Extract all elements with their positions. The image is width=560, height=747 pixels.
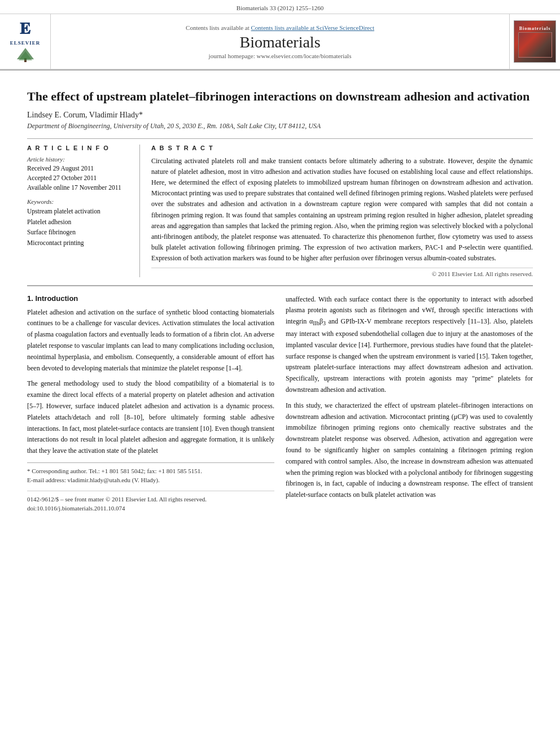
keyword-3: Surface fibrinogen: [27, 227, 132, 237]
received-date: Received 29 August 2011: [27, 164, 132, 173]
article-title: The effect of upstream platelet–fibrinog…: [27, 89, 533, 105]
article-info-abstract: A R T I C L E I N F O Article history: R…: [27, 138, 533, 277]
affiliation: Department of Bioengineering, University…: [27, 122, 533, 130]
section1-para1: Platelet adhesion and activation on the …: [27, 307, 274, 374]
section1-para2-partial: The general methodology used to study th…: [27, 378, 274, 457]
main-content: 1. Introduction Platelet adhesion and ac…: [27, 285, 533, 513]
keyword-2: Platelet adhesion: [27, 217, 132, 227]
abstract-text: Circulating activated platelets roll and…: [151, 156, 533, 264]
corresponding-author-note: * Corresponding author. Tel.: +1 801 581…: [27, 466, 274, 476]
section1-title: 1. Introduction: [27, 294, 274, 303]
keyword-1: Upstream platelet activation: [27, 206, 132, 216]
available-date: Available online 17 November 2011: [27, 183, 132, 193]
keyword-4: Microcontact printing: [27, 238, 132, 248]
abstract-col: A B S T R A C T Circulating activated pl…: [151, 145, 533, 277]
biomaterials-badge: Biomaterials: [514, 20, 556, 63]
header-middle: 𝐄 ELSEVIER Contents lists available at C…: [0, 14, 560, 69]
elsevier-logo: 𝐄 ELSEVIER: [10, 19, 41, 64]
elsevier-icon: 𝐄: [10, 19, 41, 39]
footnote-section: * Corresponding author. Tel.: +1 801 581…: [27, 462, 274, 485]
article-info-col: A R T I C L E I N F O Article history: R…: [27, 145, 140, 277]
badge-image: [518, 32, 552, 58]
elsevier-label: ELSEVIER: [10, 40, 41, 47]
elsevier-tree-icon: [14, 47, 37, 63]
journal-homepage: journal homepage: www.elsevier.com/locat…: [209, 53, 352, 59]
journal-header: Biomaterials 33 (2012) 1255–1260 𝐄 ELSEV…: [0, 0, 560, 71]
journal-ref-line: Biomaterials 33 (2012) 1255–1260: [0, 3, 560, 14]
badge-label: Biomaterials: [519, 26, 551, 31]
elsevier-logo-area: 𝐄 ELSEVIER: [0, 14, 51, 69]
article-body: The effect of upstream platelet–fibrinog…: [0, 71, 560, 523]
sciverse-line: Contents lists available at Contents lis…: [186, 24, 374, 31]
section1-para2-cont: unaffected. With each surface contact th…: [286, 294, 533, 396]
issn-line: 0142-9612/$ – see front matter © 2011 El…: [27, 495, 274, 504]
journal-title: Biomaterials: [239, 33, 320, 51]
authors: Lindsey E. Corum, Vladimir Hlady*: [27, 111, 533, 120]
article-history-label: Article history:: [27, 156, 132, 163]
abstract-heading: A B S T R A C T: [151, 145, 533, 151]
copyright-line: © 2011 Elsevier Ltd. All rights reserved…: [151, 268, 533, 277]
sciverse-link[interactable]: Contents lists available at SciVerse Sci…: [251, 24, 374, 31]
keywords-label: Keywords:: [27, 198, 132, 205]
keywords-group: Keywords: Upstream platelet activation P…: [27, 198, 132, 248]
article-history-group: Article history: Received 29 August 2011…: [27, 156, 132, 193]
header-center: Contents lists available at Contents lis…: [51, 14, 509, 69]
journal-ref: Biomaterials 33 (2012) 1255–1260: [237, 5, 323, 11]
email-note: E-mail address: vladimir.hlady@utah.edu …: [27, 475, 274, 485]
biomaterials-badge-area: Biomaterials: [509, 14, 560, 69]
page: Biomaterials 33 (2012) 1255–1260 𝐄 ELSEV…: [0, 0, 560, 747]
article-info-heading: A R T I C L E I N F O: [27, 145, 132, 151]
doi-line: doi:10.1016/j.biomaterials.2011.10.074: [27, 504, 274, 513]
accepted-date: Accepted 27 October 2011: [27, 173, 132, 183]
main-col-right: unaffected. With each surface contact th…: [286, 294, 533, 513]
bottom-info: 0142-9612/$ – see front matter © 2011 El…: [27, 491, 274, 513]
main-col-left: 1. Introduction Platelet adhesion and ac…: [27, 294, 274, 513]
section1-para3: In this study, we characterized the effe…: [286, 400, 533, 501]
